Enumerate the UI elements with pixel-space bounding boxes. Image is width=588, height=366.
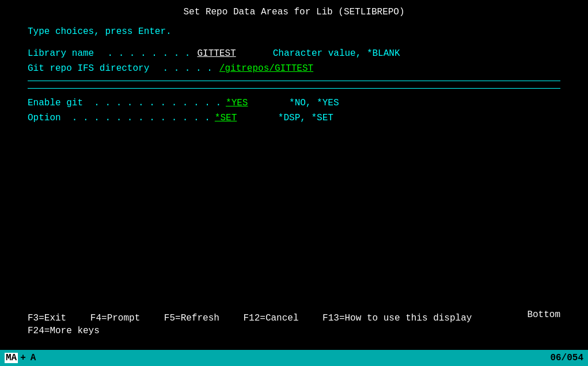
git-repo-value[interactable]: /gitrepos/GITTEST [219, 63, 519, 74]
separator-1 [28, 81, 560, 81]
library-name-value[interactable]: GITTEST [197, 48, 236, 59]
option-label: Option [28, 113, 61, 123]
option-dots: . . . . . . . . . . . . . [61, 113, 210, 123]
f5-key[interactable]: F5=Refresh [164, 313, 219, 323]
library-name-label: Library name [28, 48, 94, 59]
enable-git-row: Enable git . . . . . . . . . . . . *YES … [28, 98, 560, 108]
f12-key[interactable]: F12=Cancel [243, 313, 298, 323]
library-name-dots: . . . . . . . . [96, 48, 190, 59]
separator-2 [28, 88, 560, 89]
option-row: Option . . . . . . . . . . . . . *SET *D… [28, 113, 560, 123]
bottom-indicator: Bottom [527, 310, 560, 320]
enable-git-dots: . . . . . . . . . . . . [83, 98, 221, 108]
f3-key[interactable]: F3=Exit [28, 313, 66, 323]
git-repo-row: Git repo IFS directory . . . . . /gitrep… [28, 63, 560, 74]
status-bar: MA + A 06/054 [0, 350, 588, 366]
status-mode-ma: MA [5, 353, 18, 363]
status-left: MA + A [5, 353, 36, 363]
option-value[interactable]: *SET [215, 113, 278, 123]
fkey-line-1: F3=Exit F4=Prompt F5=Refresh F12=Cancel … [28, 313, 485, 323]
status-plus: + [20, 353, 26, 363]
enable-git-label: Enable git [28, 98, 83, 108]
instruction-text: Type choices, press Enter. [28, 26, 560, 37]
enable-git-choices: *NO, *YES [289, 98, 339, 108]
status-mode-a: A [31, 353, 36, 363]
enable-git-value[interactable]: *YES [226, 98, 289, 108]
f4-key[interactable]: F4=Prompt [90, 313, 140, 323]
f24-key[interactable]: F24=More keys [28, 326, 100, 336]
status-right: 06/054 [550, 353, 583, 363]
screen: Set Repo Data Areas for Lib (SETLIBREPO)… [0, 0, 588, 366]
git-repo-dots: . . . . . [151, 63, 213, 74]
f13-key[interactable]: F13=How to use this display [323, 313, 472, 323]
option-choices: *DSP, *SET [278, 113, 333, 123]
library-name-hint: Character value, *BLANK [273, 48, 400, 59]
fkey-line-2: F24=More keys [28, 326, 485, 336]
function-keys-area: F3=Exit F4=Prompt F5=Refresh F12=Cancel … [28, 313, 485, 338]
library-name-row: Library name . . . . . . . . GITTEST Cha… [28, 48, 560, 59]
page-title: Set Repo Data Areas for Lib (SETLIBREPO) [0, 5, 588, 17]
content-area: Type choices, press Enter. Library name … [0, 26, 588, 123]
git-repo-label: Git repo IFS directory [28, 63, 149, 74]
